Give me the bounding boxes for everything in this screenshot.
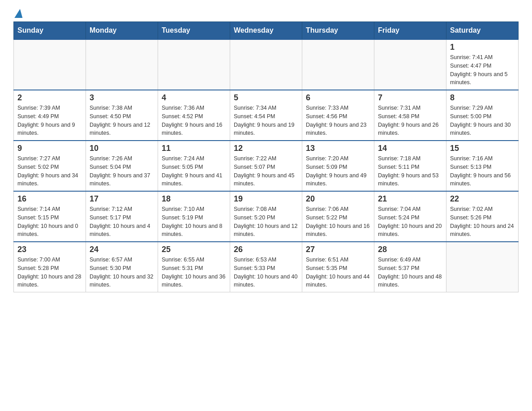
calendar-cell: 20Sunrise: 7:06 AMSunset: 5:22 PMDayligh… bbox=[302, 191, 374, 242]
header-saturday: Saturday bbox=[446, 22, 519, 40]
calendar-cell bbox=[86, 39, 158, 90]
day-number: 26 bbox=[234, 245, 298, 254]
calendar-cell: 10Sunrise: 7:26 AMSunset: 5:04 PMDayligh… bbox=[86, 141, 158, 191]
day-number: 7 bbox=[378, 93, 442, 103]
day-info: Sunrise: 7:22 AMSunset: 5:07 PMDaylight:… bbox=[234, 154, 298, 188]
week-row-3: 9Sunrise: 7:27 AMSunset: 5:02 PMDaylight… bbox=[14, 141, 519, 191]
day-info: Sunrise: 7:24 AMSunset: 5:05 PMDaylight:… bbox=[162, 154, 226, 188]
calendar-table: Sunday Monday Tuesday Wednesday Thursday… bbox=[13, 21, 519, 292]
day-info: Sunrise: 7:27 AMSunset: 5:02 PMDaylight:… bbox=[17, 154, 82, 188]
calendar-cell bbox=[230, 39, 302, 90]
day-info: Sunrise: 6:51 AMSunset: 5:35 PMDaylight:… bbox=[306, 256, 370, 289]
calendar-cell: 12Sunrise: 7:22 AMSunset: 5:07 PMDayligh… bbox=[230, 141, 302, 191]
header-monday: Monday bbox=[86, 22, 158, 40]
day-info: Sunrise: 7:33 AMSunset: 4:56 PMDaylight:… bbox=[306, 104, 370, 137]
day-number: 22 bbox=[450, 194, 515, 204]
calendar-cell: 16Sunrise: 7:14 AMSunset: 5:15 PMDayligh… bbox=[14, 191, 86, 242]
calendar-cell: 13Sunrise: 7:20 AMSunset: 5:09 PMDayligh… bbox=[302, 141, 374, 191]
day-number: 25 bbox=[162, 245, 226, 254]
day-info: Sunrise: 7:34 AMSunset: 4:54 PMDaylight:… bbox=[234, 104, 298, 137]
day-info: Sunrise: 7:14 AMSunset: 5:15 PMDaylight:… bbox=[17, 205, 82, 239]
calendar-cell bbox=[158, 39, 230, 90]
day-number: 8 bbox=[450, 93, 515, 103]
day-info: Sunrise: 6:49 AMSunset: 5:37 PMDaylight:… bbox=[378, 256, 442, 289]
day-number: 3 bbox=[90, 93, 154, 103]
day-info: Sunrise: 7:41 AMSunset: 4:47 PMDaylight:… bbox=[450, 53, 515, 87]
calendar-cell: 18Sunrise: 7:10 AMSunset: 5:19 PMDayligh… bbox=[158, 191, 230, 242]
calendar-cell: 15Sunrise: 7:16 AMSunset: 5:13 PMDayligh… bbox=[446, 141, 519, 191]
day-info: Sunrise: 7:31 AMSunset: 4:58 PMDaylight:… bbox=[378, 104, 442, 137]
day-number: 9 bbox=[17, 144, 82, 153]
day-number: 4 bbox=[162, 93, 226, 103]
day-info: Sunrise: 7:00 AMSunset: 5:28 PMDaylight:… bbox=[17, 256, 82, 289]
day-number: 11 bbox=[162, 144, 226, 153]
day-number: 28 bbox=[378, 245, 442, 254]
day-number: 27 bbox=[306, 245, 370, 254]
header-sunday: Sunday bbox=[14, 22, 86, 40]
header-tuesday: Tuesday bbox=[158, 22, 230, 40]
calendar-cell bbox=[446, 242, 519, 292]
day-number: 14 bbox=[378, 144, 442, 153]
calendar-cell: 1Sunrise: 7:41 AMSunset: 4:47 PMDaylight… bbox=[446, 39, 519, 90]
day-info: Sunrise: 7:16 AMSunset: 5:13 PMDaylight:… bbox=[450, 154, 515, 188]
calendar-cell: 28Sunrise: 6:49 AMSunset: 5:37 PMDayligh… bbox=[374, 242, 446, 292]
day-info: Sunrise: 7:36 AMSunset: 4:52 PMDaylight:… bbox=[162, 104, 226, 137]
calendar-cell: 26Sunrise: 6:53 AMSunset: 5:33 PMDayligh… bbox=[230, 242, 302, 292]
day-number: 6 bbox=[306, 93, 370, 103]
calendar-cell: 3Sunrise: 7:38 AMSunset: 4:50 PMDaylight… bbox=[86, 90, 158, 141]
day-number: 13 bbox=[306, 144, 370, 153]
calendar-cell: 9Sunrise: 7:27 AMSunset: 5:02 PMDaylight… bbox=[14, 141, 86, 191]
day-info: Sunrise: 7:26 AMSunset: 5:04 PMDaylight:… bbox=[90, 154, 154, 188]
calendar-cell: 4Sunrise: 7:36 AMSunset: 4:52 PMDaylight… bbox=[158, 90, 230, 141]
day-number: 12 bbox=[234, 144, 298, 153]
day-number: 24 bbox=[90, 245, 154, 254]
day-info: Sunrise: 7:18 AMSunset: 5:11 PMDaylight:… bbox=[378, 154, 442, 188]
calendar-cell bbox=[374, 39, 446, 90]
day-info: Sunrise: 6:55 AMSunset: 5:31 PMDaylight:… bbox=[162, 256, 226, 289]
day-info: Sunrise: 7:02 AMSunset: 5:26 PMDaylight:… bbox=[450, 205, 515, 239]
week-row-1: 1Sunrise: 7:41 AMSunset: 4:47 PMDaylight… bbox=[14, 39, 519, 90]
logo bbox=[13, 9, 23, 17]
header-thursday: Thursday bbox=[302, 22, 374, 40]
day-number: 5 bbox=[234, 93, 298, 103]
day-number: 2 bbox=[17, 93, 82, 103]
calendar-cell: 25Sunrise: 6:55 AMSunset: 5:31 PMDayligh… bbox=[158, 242, 230, 292]
day-number: 17 bbox=[90, 194, 154, 204]
day-number: 10 bbox=[90, 144, 154, 153]
day-info: Sunrise: 7:38 AMSunset: 4:50 PMDaylight:… bbox=[90, 104, 154, 137]
day-number: 1 bbox=[450, 43, 515, 52]
day-info: Sunrise: 7:08 AMSunset: 5:20 PMDaylight:… bbox=[234, 205, 298, 239]
calendar-cell: 7Sunrise: 7:31 AMSunset: 4:58 PMDaylight… bbox=[374, 90, 446, 141]
day-info: Sunrise: 7:10 AMSunset: 5:19 PMDaylight:… bbox=[162, 205, 226, 239]
calendar-cell: 22Sunrise: 7:02 AMSunset: 5:26 PMDayligh… bbox=[446, 191, 519, 242]
day-number: 21 bbox=[378, 194, 442, 204]
header-friday: Friday bbox=[374, 22, 446, 40]
week-row-2: 2Sunrise: 7:39 AMSunset: 4:49 PMDaylight… bbox=[14, 90, 519, 141]
day-info: Sunrise: 7:04 AMSunset: 5:24 PMDaylight:… bbox=[378, 205, 442, 239]
day-number: 23 bbox=[17, 245, 82, 254]
calendar-cell: 6Sunrise: 7:33 AMSunset: 4:56 PMDaylight… bbox=[302, 90, 374, 141]
calendar-cell: 14Sunrise: 7:18 AMSunset: 5:11 PMDayligh… bbox=[374, 141, 446, 191]
day-number: 20 bbox=[306, 194, 370, 204]
day-info: Sunrise: 7:06 AMSunset: 5:22 PMDaylight:… bbox=[306, 205, 370, 239]
calendar-cell: 17Sunrise: 7:12 AMSunset: 5:17 PMDayligh… bbox=[86, 191, 158, 242]
day-info: Sunrise: 7:12 AMSunset: 5:17 PMDaylight:… bbox=[90, 205, 154, 239]
page-header bbox=[13, 9, 519, 17]
calendar-cell: 19Sunrise: 7:08 AMSunset: 5:20 PMDayligh… bbox=[230, 191, 302, 242]
day-info: Sunrise: 7:29 AMSunset: 5:00 PMDaylight:… bbox=[450, 104, 515, 137]
day-info: Sunrise: 6:53 AMSunset: 5:33 PMDaylight:… bbox=[234, 256, 298, 289]
day-info: Sunrise: 7:20 AMSunset: 5:09 PMDaylight:… bbox=[306, 154, 370, 188]
weekday-header-row: Sunday Monday Tuesday Wednesday Thursday… bbox=[14, 22, 519, 40]
day-number: 16 bbox=[17, 194, 82, 204]
week-row-5: 23Sunrise: 7:00 AMSunset: 5:28 PMDayligh… bbox=[14, 242, 519, 292]
calendar-cell: 11Sunrise: 7:24 AMSunset: 5:05 PMDayligh… bbox=[158, 141, 230, 191]
logo-triangle-icon bbox=[14, 9, 24, 18]
day-number: 18 bbox=[162, 194, 226, 204]
calendar-cell bbox=[302, 39, 374, 90]
day-number: 15 bbox=[450, 144, 515, 153]
calendar-cell: 23Sunrise: 7:00 AMSunset: 5:28 PMDayligh… bbox=[14, 242, 86, 292]
calendar-cell: 21Sunrise: 7:04 AMSunset: 5:24 PMDayligh… bbox=[374, 191, 446, 242]
calendar-cell: 24Sunrise: 6:57 AMSunset: 5:30 PMDayligh… bbox=[86, 242, 158, 292]
day-number: 19 bbox=[234, 194, 298, 204]
calendar-cell: 8Sunrise: 7:29 AMSunset: 5:00 PMDaylight… bbox=[446, 90, 519, 141]
